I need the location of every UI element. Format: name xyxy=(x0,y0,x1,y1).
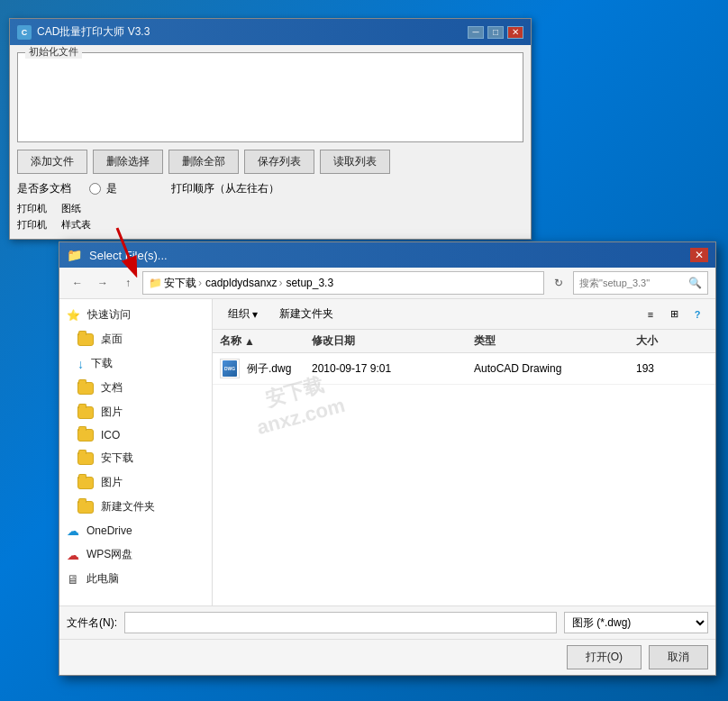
cad-window: C CAD批量打印大师 V3.3 ─ □ ✕ 初始化文件 添加文件 删除选择 删… xyxy=(9,18,532,240)
options-row: 是否多文档 是 打印顺序（从左往右） xyxy=(17,181,523,196)
dwg-text: DWG xyxy=(224,366,235,371)
sidebar-item-anxiazai[interactable]: 安下载 xyxy=(59,446,212,470)
sidebar-item-onedrive[interactable]: ☁ OneDrive xyxy=(59,519,212,542)
maximize-button[interactable]: □ xyxy=(487,26,504,39)
file-date: 2010-09-17 9:01 xyxy=(312,362,474,375)
cancel-button[interactable]: 取消 xyxy=(649,645,708,669)
col-size[interactable]: 大小 xyxy=(636,333,708,349)
dialog-main: 组织 ▾ 新建文件夹 ≡ ⊞ ? 名称 ▲ xyxy=(213,299,715,605)
delete-selected-button[interactable]: 删除选择 xyxy=(93,150,163,174)
close-button[interactable]: ✕ xyxy=(507,26,523,39)
sidebar-item-pc[interactable]: 🖥 此电脑 xyxy=(59,567,212,591)
sidebar-item-quick-access[interactable]: ⭐ 快速访问 xyxy=(59,303,212,327)
dialog-main-toolbar: 组织 ▾ 新建文件夹 ≡ ⊞ ? xyxy=(213,299,715,330)
back-button[interactable]: ← xyxy=(67,273,88,293)
refresh-button[interactable]: ↻ xyxy=(548,273,569,293)
sidebar-item-desktop[interactable]: 桌面 xyxy=(59,327,212,351)
title-controls: ─ □ ✕ xyxy=(468,26,523,39)
ico-folder-icon xyxy=(77,429,94,442)
sidebar-item-docs[interactable]: 文档 xyxy=(59,376,212,400)
sidebar-item-ico[interactable]: ICO xyxy=(59,424,212,446)
desktop-label: 桌面 xyxy=(101,332,123,347)
sidebar-item-pics[interactable]: 图片 xyxy=(59,400,212,424)
style-row: 样式表 xyxy=(61,218,91,232)
paper-label: 打印机 xyxy=(17,218,47,232)
sidebar-item-new-folder[interactable]: 新建文件夹 xyxy=(59,495,212,519)
read-list-button[interactable]: 读取列表 xyxy=(320,150,390,174)
minimize-button[interactable]: ─ xyxy=(468,26,484,39)
dialog-title-bar: 📁 Select File(s)... ✕ xyxy=(59,242,715,268)
col-type[interactable]: 类型 xyxy=(474,333,636,349)
col-name-label: 名称 xyxy=(220,333,241,349)
pc-label: 此电脑 xyxy=(86,571,119,587)
filetype-select[interactable]: 图形 (*.dwg) xyxy=(564,612,708,633)
path-text-1[interactable]: 安下载 xyxy=(164,276,196,291)
wps-icon: ☁ xyxy=(67,548,79,562)
col-date[interactable]: 修改日期 xyxy=(312,333,474,349)
file-size: 193 xyxy=(636,362,708,375)
file-list-header: 名称 ▲ 修改日期 类型 大小 xyxy=(213,330,715,353)
path-bar: 📁 安下载 › cadpldydsanxz › setup_3.3 xyxy=(142,271,544,295)
forward-button[interactable]: → xyxy=(92,273,114,293)
delete-all-button[interactable]: 删除全部 xyxy=(168,150,239,174)
sidebar-item-download[interactable]: ↓ 下载 xyxy=(59,351,212,376)
printer-row: 打印机 xyxy=(17,202,47,215)
download-icon: ↓ xyxy=(77,357,84,371)
new-folder-label: 新建文件夹 xyxy=(101,499,155,514)
anxiazai-folder-icon xyxy=(77,452,94,465)
quick-access-label: 快速访问 xyxy=(87,307,131,323)
sidebar-item-wps[interactable]: ☁ WPS网盘 xyxy=(59,542,212,567)
organize-label: 组织 xyxy=(228,306,250,322)
search-icon[interactable]: 🔍 xyxy=(688,277,702,289)
up-button[interactable]: ↑ xyxy=(117,273,139,293)
path-sep-1: › xyxy=(198,277,202,289)
organize-button[interactable]: 组织 ▾ xyxy=(220,303,266,325)
path-text-2[interactable]: cadpldydsanxz xyxy=(205,277,277,289)
button-row: 添加文件 删除选择 删除全部 保存列表 读取列表 xyxy=(17,150,523,174)
col-name[interactable]: 名称 ▲ xyxy=(220,333,312,349)
print-options: 打印机 打印机 图纸 样式表 xyxy=(17,202,523,232)
init-files-content xyxy=(22,57,519,138)
path-segment-2: cadpldydsanxz › xyxy=(205,277,282,289)
pics-folder-icon xyxy=(77,406,94,419)
dialog-title-text: Select File(s)... xyxy=(89,249,168,262)
quick-access-icon: ⭐ xyxy=(67,309,80,322)
open-button[interactable]: 打开(O) xyxy=(567,645,642,669)
paper-row: 打印机 xyxy=(17,218,47,232)
add-file-button[interactable]: 添加文件 xyxy=(17,150,87,174)
view-details-button[interactable]: ≡ xyxy=(640,305,661,324)
path-text-3[interactable]: setup_3.3 xyxy=(286,277,333,289)
print-order-label: 打印顺序（从左往右） xyxy=(171,181,279,196)
filename-input[interactable] xyxy=(124,612,557,633)
table-row[interactable]: DWG 例子.dwg 2010-09-17 9:01 AutoCAD Drawi… xyxy=(213,353,715,385)
pics2-label: 图片 xyxy=(101,475,123,490)
filename-bar: 文件名(N): 图形 (*.dwg) xyxy=(59,605,715,639)
path-segment-1: 📁 安下载 › xyxy=(149,276,202,291)
cad-window-title: CAD批量打印大师 V3.3 xyxy=(37,24,150,40)
sidebar-item-pics2[interactable]: 图片 xyxy=(59,470,212,495)
pics2-folder-icon xyxy=(77,477,94,489)
col-type-label: 类型 xyxy=(474,333,496,349)
chart-label: 图纸 xyxy=(61,202,81,215)
pc-icon: 🖥 xyxy=(67,572,79,587)
docs-folder-icon xyxy=(77,382,94,395)
view-icons-button[interactable]: ⊞ xyxy=(663,305,685,324)
dialog-toolbar: ← → ↑ 📁 安下载 › cadpldydsanxz › setup_3.3 … xyxy=(59,268,715,299)
search-input[interactable] xyxy=(579,278,688,288)
cad-body: 初始化文件 添加文件 删除选择 删除全部 保存列表 读取列表 是否多文档 是 打… xyxy=(10,45,531,239)
save-list-button[interactable]: 保存列表 xyxy=(244,150,314,174)
desktop-folder-icon xyxy=(77,333,94,346)
new-folder-button[interactable]: 新建文件夹 xyxy=(271,303,341,325)
pics-label: 图片 xyxy=(101,405,123,420)
path-segment-3: setup_3.3 xyxy=(286,277,333,289)
wps-label: WPS网盘 xyxy=(86,547,132,562)
view-help-button[interactable]: ? xyxy=(687,305,708,324)
chart-row: 图纸 xyxy=(61,202,91,215)
filename-label: 文件名(N): xyxy=(67,615,117,631)
dialog-folder-icon: 📁 xyxy=(67,248,82,262)
multi-doc-radio-yes[interactable] xyxy=(89,183,101,195)
cad-title-icon: C xyxy=(17,25,32,40)
path-icon-1: 📁 xyxy=(149,277,162,289)
print-col-mid: 图纸 样式表 xyxy=(61,202,91,232)
dialog-close-button[interactable]: ✕ xyxy=(690,248,708,262)
